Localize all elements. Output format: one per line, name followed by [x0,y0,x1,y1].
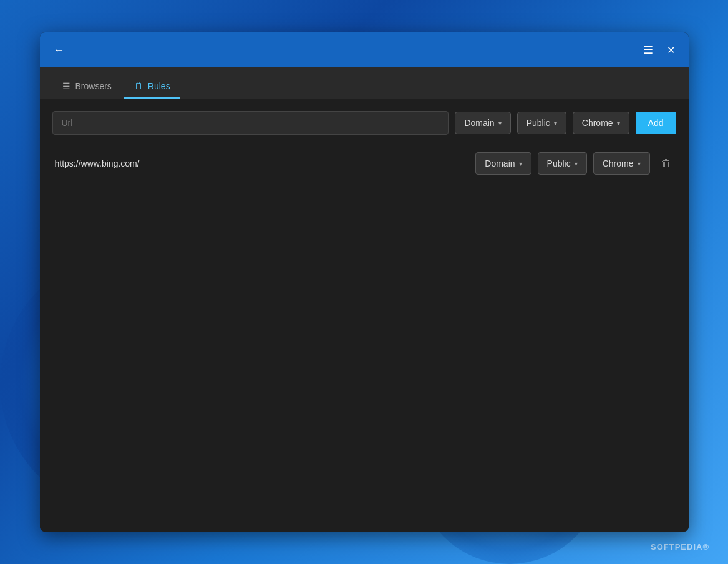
titlebar: ← ☰ ✕ [40,32,689,67]
browsers-tab-icon: ☰ [62,81,70,91]
rules-tab-label: Rules [148,81,170,91]
rules-tab-icon: 🗒 [134,81,143,91]
tab-rules[interactable]: 🗒 Rules [124,75,180,99]
titlebar-right: ☰ ✕ [643,41,679,60]
delete-icon: 🗑 [661,158,671,169]
rule-domain-dropdown[interactable]: Domain ▾ [475,152,531,175]
domain-dropdown[interactable]: Domain ▾ [455,112,510,134]
domain-label: Domain [464,118,494,128]
hamburger-icon[interactable]: ☰ [643,43,653,57]
browsers-tab-label: Browsers [75,81,112,91]
url-input[interactable] [52,111,449,135]
add-button-label: Add [648,118,664,128]
close-icon: ✕ [667,44,675,56]
rule-chrome-label: Chrome [603,158,634,168]
public-label: Public [527,118,550,128]
main-window: ← ☰ ✕ ☰ Browsers 🗒 Rules Domain ▾ [40,32,689,532]
rule-public-label: Public [547,158,571,168]
titlebar-left: ← [50,40,69,61]
back-button[interactable]: ← [50,40,69,61]
softpedia-watermark: SOFTPEDIA® [651,542,709,552]
back-icon: ← [54,44,65,57]
chrome-label-add: Chrome [582,118,613,128]
table-row: https://www.bing.com/ Domain ▾ Public ▾ … [52,147,676,180]
close-button[interactable]: ✕ [663,41,679,60]
domain-chevron-icon: ▾ [498,120,502,127]
chrome-dropdown-add[interactable]: Chrome ▾ [573,112,629,134]
rule-domain-label: Domain [485,158,515,168]
add-button[interactable]: Add [636,112,676,134]
rule-url: https://www.bing.com/ [52,158,470,168]
rule-public-dropdown[interactable]: Public ▾ [538,152,587,175]
delete-rule-button[interactable]: 🗑 [656,153,676,174]
rule-chrome-dropdown[interactable]: Chrome ▾ [593,152,650,175]
tab-browsers[interactable]: ☰ Browsers [52,75,122,99]
softpedia-symbol: ® [702,542,709,552]
rule-public-chevron-icon: ▾ [575,160,578,167]
softpedia-text: SOFTPEDIA [651,542,702,552]
public-dropdown[interactable]: Public ▾ [517,112,566,134]
chrome-chevron-icon-add: ▾ [617,120,620,127]
rule-chrome-chevron-icon: ▾ [638,160,641,167]
public-chevron-icon: ▾ [554,120,557,127]
add-rule-row: Domain ▾ Public ▾ Chrome ▾ Add [52,111,676,135]
rule-domain-chevron-icon: ▾ [519,160,522,167]
content-area: Domain ▾ Public ▾ Chrome ▾ Add https://w… [40,99,689,532]
tabs-bar: ☰ Browsers 🗒 Rules [40,67,689,99]
